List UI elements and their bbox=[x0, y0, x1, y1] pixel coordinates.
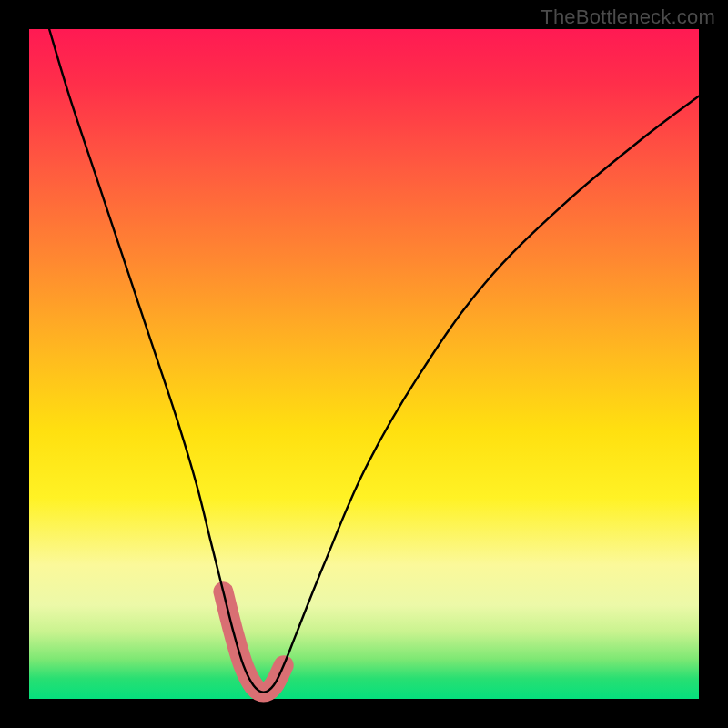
bottleneck-curve-path bbox=[49, 29, 699, 693]
watermark-text: TheBottleneck.com bbox=[541, 5, 715, 29]
chart-stage: TheBottleneck.com bbox=[0, 0, 728, 728]
curve-svg bbox=[29, 29, 699, 699]
highlight-band-path bbox=[223, 592, 283, 692]
plot-area bbox=[29, 29, 699, 699]
